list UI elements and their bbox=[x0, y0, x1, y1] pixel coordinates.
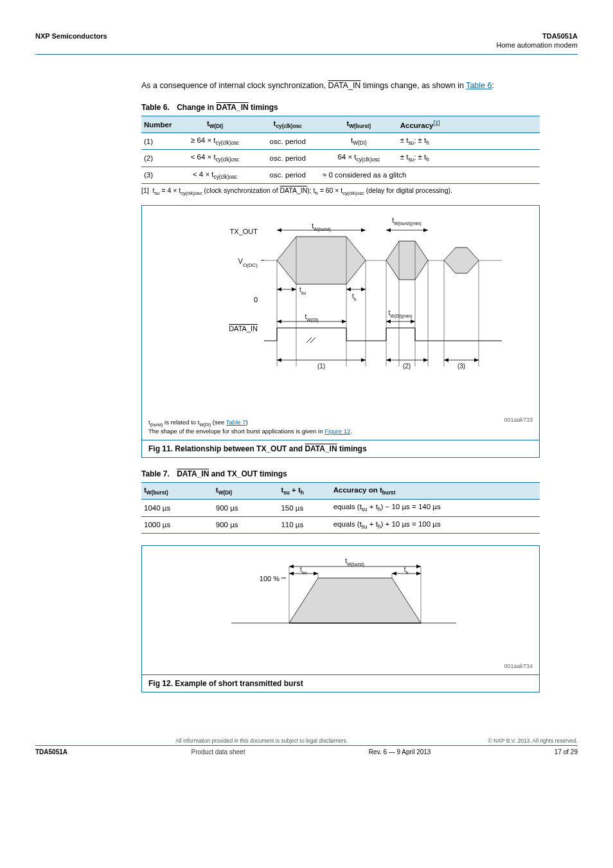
table-row: 1000 µs 900 µs 110 µs equals (tsu + th) … bbox=[141, 516, 540, 533]
svg-marker-9 bbox=[277, 228, 281, 232]
th-accuracy: Accuracy[1] bbox=[398, 116, 540, 132]
table6-label: Table 6. bbox=[141, 103, 170, 112]
table-row: (1) ≥ 64 × tcy(clk)osc osc. period tW(DI… bbox=[141, 133, 540, 150]
footer-copyright: © NXP B.V. 2013. All rights reserved. bbox=[488, 737, 578, 744]
th-acc: Accuracy on tburst bbox=[331, 483, 540, 500]
fig11-label: Fig 11. bbox=[148, 444, 173, 453]
main-content: As a consequence of internal clock synch… bbox=[141, 80, 578, 692]
company-name: NXP Semiconductors bbox=[35, 32, 107, 40]
link-table7[interactable]: Table 7 bbox=[226, 419, 246, 426]
svg-text:0: 0 bbox=[254, 296, 258, 303]
doc-title: Home automation modem bbox=[496, 41, 578, 49]
svg-marker-73 bbox=[416, 565, 421, 568]
svg-text:tsu: tsu bbox=[299, 286, 306, 295]
th-number: Number bbox=[141, 116, 175, 132]
th-twdi: tW(DI) bbox=[175, 116, 256, 132]
svg-text:tsu: tsu bbox=[300, 566, 306, 575]
figure11-frame: TX_OUT VO(DC) 0 bbox=[141, 205, 540, 458]
svg-text:tW(burst)(min): tW(burst)(min) bbox=[392, 217, 422, 226]
table7-label: Table 7. bbox=[141, 469, 170, 478]
figure11-caption-bar: Fig 11. Relationship between TX_OUT and … bbox=[142, 440, 539, 457]
svg-marker-80 bbox=[289, 572, 294, 575]
footer-legal: All information provided in this documen… bbox=[175, 737, 348, 744]
figure12-caption-bar: Fig 12. Example of short transmitted bur… bbox=[142, 674, 539, 692]
svg-marker-5 bbox=[277, 237, 366, 284]
svg-marker-6 bbox=[386, 241, 428, 280]
svg-marker-72 bbox=[289, 565, 294, 568]
table6-caption: Table 6. Change in DATA_IN timings bbox=[141, 103, 578, 112]
figure11-svg: TX_OUT VO(DC) 0 bbox=[148, 212, 533, 411]
svg-text:TX_OUT: TX_OUT bbox=[230, 228, 258, 235]
table6-header-row: Number tW(DI) tcy(clk)osc tW(burst) Accu… bbox=[141, 116, 540, 132]
table6: Number tW(DI) tcy(clk)osc tW(burst) Accu… bbox=[141, 116, 540, 184]
figure12-svg: 100 % tW(burst) tsu bbox=[206, 552, 475, 655]
table7: tW(burst) tW(DI) tsu + th Accuracy on tb… bbox=[141, 482, 540, 534]
header-rule bbox=[35, 54, 578, 55]
table6-footnote: [1] tsu = 4 × tcy(clk)osc (clock synchro… bbox=[141, 186, 578, 196]
svg-text:VO(DC): VO(DC) bbox=[238, 257, 258, 268]
th-twburst: tW(burst) bbox=[320, 116, 398, 132]
svg-text:tW(burst): tW(burst) bbox=[345, 557, 364, 567]
page-header: NXP Semiconductors TDA5051A bbox=[35, 32, 578, 40]
footer-doctype: Product data sheet bbox=[191, 748, 245, 755]
svg-text:tW(DI)(min): tW(DI)(min) bbox=[389, 309, 413, 319]
svg-marker-28 bbox=[292, 287, 296, 291]
figure11-footnote: 001aak733 t(burst) is related to tW(DI) … bbox=[142, 416, 539, 440]
svg-marker-67 bbox=[289, 578, 421, 623]
footer-docid: TDA5051A bbox=[35, 748, 67, 755]
svg-marker-63 bbox=[444, 358, 449, 362]
svg-marker-13 bbox=[386, 228, 391, 232]
th-tcy: tcy(clk)osc bbox=[255, 116, 320, 132]
svg-text:(1): (1) bbox=[317, 363, 325, 370]
svg-marker-56 bbox=[361, 358, 366, 362]
table-row: (3) < 4 × tcy(clk)osc osc. period ≈ 0 co… bbox=[141, 167, 540, 183]
footer-block: All information provided in this documen… bbox=[35, 737, 578, 755]
th-twb: tW(burst) bbox=[141, 483, 213, 500]
svg-marker-47 bbox=[277, 320, 281, 323]
svg-marker-52 bbox=[411, 320, 415, 323]
table-row: (2) < 64 × tcy(clk)osc osc. period 64 × … bbox=[141, 150, 540, 167]
footnote-ref-1[interactable]: [1] bbox=[434, 120, 440, 126]
svg-marker-10 bbox=[361, 228, 366, 232]
figure11-id: 001aak733 bbox=[504, 416, 533, 424]
svg-marker-31 bbox=[346, 287, 351, 291]
svg-marker-14 bbox=[423, 228, 428, 232]
svg-marker-51 bbox=[386, 320, 391, 323]
svg-text:th: th bbox=[352, 293, 357, 302]
svg-text:DATA_IN: DATA_IN bbox=[229, 325, 258, 332]
svg-text:th: th bbox=[404, 566, 409, 575]
svg-marker-84 bbox=[392, 572, 396, 575]
svg-marker-81 bbox=[314, 572, 318, 575]
svg-text:(2): (2) bbox=[403, 363, 411, 370]
table7-caption: Table 7. DATA_IN and TX_OUT timings bbox=[141, 469, 578, 478]
th-twdi: tW(DI) bbox=[213, 483, 279, 500]
doc-id: TDA5051A bbox=[542, 32, 578, 40]
svg-text:tW(DI): tW(DI) bbox=[305, 313, 318, 323]
svg-marker-55 bbox=[277, 358, 281, 362]
svg-marker-7 bbox=[444, 248, 479, 273]
table7-header-row: tW(burst) tW(DI) tsu + th Accuracy on tb… bbox=[141, 483, 540, 500]
svg-marker-48 bbox=[342, 320, 346, 323]
figure12-id-row: 001aak734 bbox=[142, 660, 539, 674]
svg-text:(3): (3) bbox=[458, 363, 465, 370]
svg-marker-59 bbox=[386, 358, 391, 362]
fig12-text: Example of short transmitted burst bbox=[175, 679, 303, 688]
footer-rev: Rev. 6 — 9 April 2013 bbox=[369, 748, 431, 755]
fig12-label: Fig 12. bbox=[148, 679, 173, 688]
figure12-id: 001aak734 bbox=[504, 663, 533, 669]
page-header-sub: Home automation modem bbox=[35, 41, 578, 49]
footer-page: 17 of 29 bbox=[555, 748, 578, 755]
svg-text:tW(burst): tW(burst) bbox=[312, 222, 331, 232]
svg-marker-27 bbox=[277, 287, 281, 291]
svg-marker-64 bbox=[474, 358, 479, 362]
intro-paragraph: As a consequence of internal clock synch… bbox=[141, 80, 578, 91]
table-row: 1040 µs 900 µs 150 µs equals (tsu + th) … bbox=[141, 500, 540, 516]
svg-marker-32 bbox=[361, 287, 366, 291]
link-figure12[interactable]: Figure 12 bbox=[324, 428, 350, 435]
svg-marker-60 bbox=[423, 358, 428, 362]
svg-text:100 %: 100 % bbox=[260, 575, 280, 583]
figure12-frame: 100 % tW(burst) tsu bbox=[141, 545, 540, 692]
page: NXP Semiconductors TDA5051A Home automat… bbox=[0, 0, 613, 781]
th-tsuth: tsu + th bbox=[278, 483, 330, 500]
link-table6[interactable]: Table 6 bbox=[466, 81, 492, 90]
